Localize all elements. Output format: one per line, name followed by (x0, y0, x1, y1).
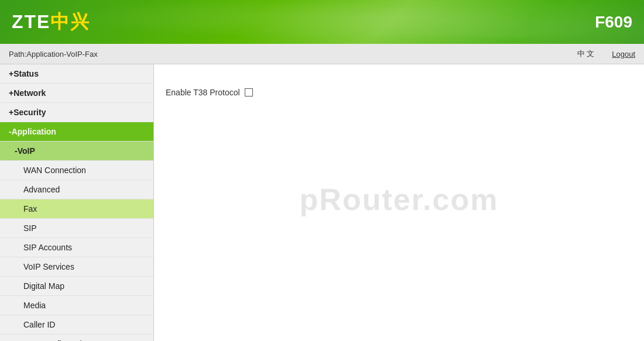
topbar: Path:Application-VoIP-Fax 中 文 Logout (0, 44, 644, 64)
topbar-right: 中 文 Logout (577, 49, 635, 59)
sidebar-item-advanced[interactable]: Advanced (0, 180, 153, 199)
sidebar-item-voip[interactable]: -VoIP (0, 142, 153, 161)
sidebar-item-slic-configuration[interactable]: SLIC configuration (0, 335, 153, 341)
enable-t38-label: Enable T38 Protocol (166, 88, 240, 97)
sidebar-item-fax[interactable]: Fax (0, 199, 153, 219)
sidebar-item-voip-services[interactable]: VoIP Services (0, 257, 153, 277)
logo-zh: 中兴 (50, 11, 90, 32)
language-switch[interactable]: 中 文 (577, 49, 595, 59)
enable-t38-checkbox[interactable] (245, 88, 253, 97)
sidebar-item-network[interactable]: +Network (0, 84, 153, 103)
main-layout: +Status+Network+Security-Application-VoI… (0, 64, 644, 341)
enable-t38-row: Enable T38 Protocol (166, 88, 632, 97)
header: ZTE中兴 F609 (0, 0, 644, 44)
sidebar-item-caller-id[interactable]: Caller ID (0, 315, 153, 335)
breadcrumb: Path:Application-VoIP-Fax (9, 50, 98, 58)
sidebar-item-security[interactable]: +Security (0, 103, 153, 122)
content-area: pRouter.com Enable T38 Protocol (154, 64, 644, 341)
sidebar-item-digital-map[interactable]: Digital Map (0, 277, 153, 296)
sidebar-item-media[interactable]: Media (0, 296, 153, 315)
logo: ZTE中兴 (12, 9, 90, 35)
sidebar-item-application[interactable]: -Application (0, 122, 153, 142)
logo-zte: ZTE (12, 11, 50, 32)
watermark: pRouter.com (300, 182, 499, 217)
sidebar-item-wan-connection[interactable]: WAN Connection (0, 161, 153, 180)
logout-link[interactable]: Logout (612, 50, 635, 58)
sidebar: +Status+Network+Security-Application-VoI… (0, 64, 154, 341)
sidebar-item-sip[interactable]: SIP (0, 219, 153, 238)
sidebar-item-sip-accounts[interactable]: SIP Accounts (0, 238, 153, 257)
sidebar-item-status[interactable]: +Status (0, 64, 153, 84)
model-number: F609 (595, 13, 632, 32)
